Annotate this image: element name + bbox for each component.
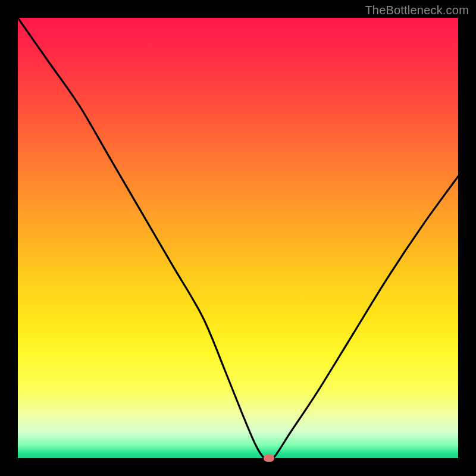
plot-area (18, 18, 458, 458)
chart-container: TheBottleneck.com (0, 0, 476, 476)
optimum-marker (264, 455, 274, 462)
bottleneck-curve (18, 18, 458, 461)
watermark-text: TheBottleneck.com (365, 4, 469, 17)
curve-svg (18, 18, 458, 458)
